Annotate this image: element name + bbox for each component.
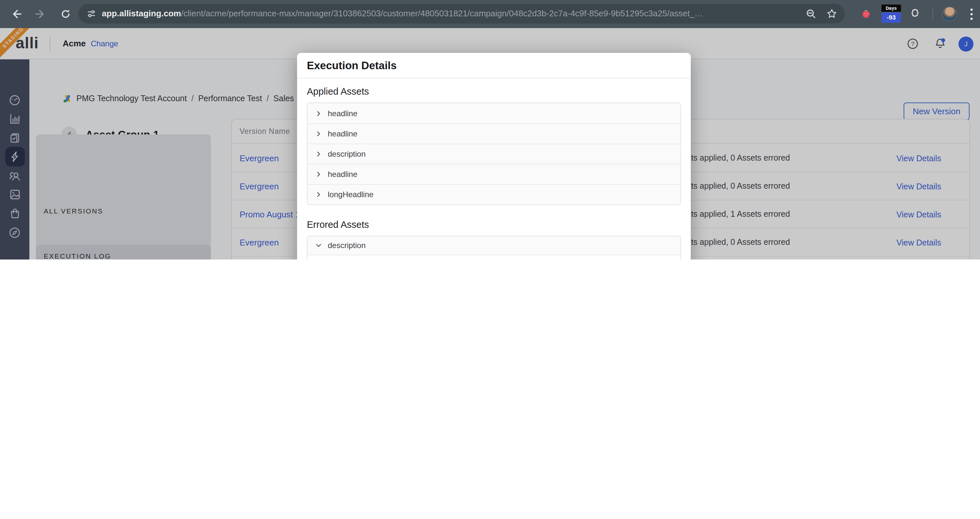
errored-asset-type-label: description: [328, 241, 366, 250]
applied-asset-expander[interactable]: description: [307, 143, 680, 164]
errored-asset-expander[interactable]: description: [307, 236, 680, 255]
forward-arrow-icon: [35, 8, 46, 19]
applied-asset-expander[interactable]: headline: [307, 103, 680, 123]
screen: app.allistaging.com/client/acme/performa…: [0, 0, 980, 260]
days-counter-extension[interactable]: Days -93: [881, 5, 901, 24]
applied-asset-expander[interactable]: headline: [307, 123, 680, 143]
browser-toolbar: app.allistaging.com/client/acme/performa…: [0, 0, 980, 28]
chevron-right-icon: [315, 171, 322, 178]
browser-menu-icon[interactable]: •••: [967, 7, 976, 21]
address-bar[interactable]: app.allistaging.com/client/acme/performa…: [78, 4, 845, 24]
chevron-right-icon: [315, 191, 322, 198]
strawberry-extension-icon[interactable]: [861, 8, 872, 22]
error-json-code: { "content": "SHop Now and Save Everythi…: [307, 255, 680, 260]
days-label: Days: [881, 5, 901, 12]
modal-title: Execution Details: [297, 53, 691, 78]
days-value: -93: [881, 13, 901, 23]
errored-assets-accordion: description { "content": "SHop Now and S…: [307, 236, 681, 260]
browser-refresh-button[interactable]: [60, 8, 71, 19]
modal-body: Applied Assets headline headline descrip…: [297, 78, 691, 260]
chevron-right-icon: [315, 131, 322, 137]
execution-details-modal: Execution Details Applied Assets headlin…: [297, 53, 691, 260]
refresh-icon: [60, 8, 71, 19]
extensions-puzzle-icon[interactable]: [909, 8, 921, 22]
chevron-right-icon: [315, 110, 322, 116]
applied-assets-list: headline headline description headline l…: [307, 102, 681, 205]
applied-asset-type-label: headline: [328, 109, 358, 118]
applied-asset-type-label: headline: [328, 170, 358, 179]
chevron-right-icon: [315, 151, 322, 157]
url-text[interactable]: app.allistaging.com/client/acme/performa…: [102, 4, 807, 24]
browser-back-button[interactable]: [10, 8, 22, 19]
applied-asset-type-label: description: [328, 150, 366, 159]
site-settings-icon[interactable]: [87, 9, 96, 21]
applied-asset-expander[interactable]: longHeadline: [307, 184, 680, 204]
applied-asset-type-label: headline: [328, 129, 358, 139]
back-arrow-icon: [10, 8, 22, 19]
app-window: STAGING alli Acme Change ? J: [0, 28, 980, 260]
browser-forward-button[interactable]: [35, 8, 46, 19]
bookmark-star-icon[interactable]: [827, 8, 837, 22]
browser-profile-avatar[interactable]: [942, 6, 957, 22]
toolbar-divider: [932, 8, 933, 20]
applied-asset-expander[interactable]: headline: [307, 164, 680, 184]
errored-assets-heading: Errored Assets: [307, 219, 681, 230]
applied-assets-heading: Applied Assets: [307, 86, 681, 97]
zoom-out-icon[interactable]: [806, 8, 816, 22]
applied-asset-type-label: longHeadline: [328, 190, 374, 199]
chevron-down-icon: [315, 242, 322, 249]
